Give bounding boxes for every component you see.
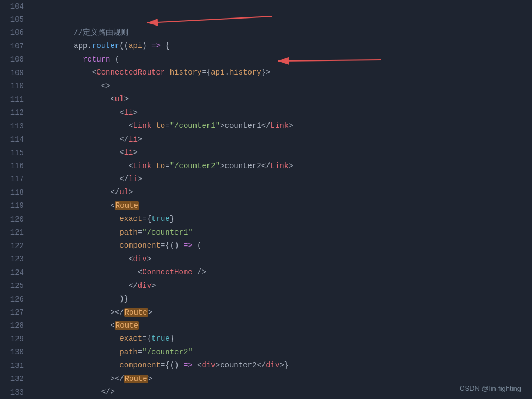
code-line-106: 106 app.router((api) => { xyxy=(0,26,532,39)
line-num-121: 121 xyxy=(0,226,33,239)
line-num-119: 119 xyxy=(0,199,33,212)
line-num-133: 133 xyxy=(0,386,33,399)
code-editor: 104 105 //定义路由规则 106 app.router((api) =>… xyxy=(0,0,532,399)
code-line-122: 122 <div> xyxy=(0,240,532,253)
line-num-126: 126 xyxy=(0,293,33,306)
code-line-113: 113 </li> xyxy=(0,120,532,133)
code-line-114: 114 <li> xyxy=(0,133,532,146)
line-num-111: 111 xyxy=(0,93,33,106)
code-line-133: 133 </ConnectedRouter> xyxy=(0,386,532,399)
code-line-107: 107 return ( xyxy=(0,40,532,53)
code-line-123: 123 <ConnectHome /> xyxy=(0,253,532,266)
line-num-125: 125 xyxy=(0,279,33,292)
code-line-112: 112 <Link to="/counter1">counter1</Link> xyxy=(0,106,532,119)
code-line-124: 124 </div> xyxy=(0,266,532,279)
watermark: CSDN @lin-fighting xyxy=(460,384,521,392)
line-num-132: 132 xyxy=(0,372,33,385)
code-line-104: 104 xyxy=(0,0,532,13)
line-num-118: 118 xyxy=(0,186,33,199)
code-line-111: 111 <li> xyxy=(0,93,532,106)
code-line-119: 119 exact={true} xyxy=(0,199,532,212)
code-line-121: 121 component={() => ( xyxy=(0,226,532,239)
line-num-120: 120 xyxy=(0,213,33,226)
line-num-114: 114 xyxy=(0,133,33,146)
line-num-117: 117 xyxy=(0,173,33,186)
line-num-107: 107 xyxy=(0,40,33,53)
code-line-116: 116 </li> xyxy=(0,159,532,173)
line-num-116: 116 xyxy=(0,159,33,173)
code-line-115: 115 <Link to="/counter2">counter2</Link> xyxy=(0,146,532,159)
line-num-127: 127 xyxy=(0,306,33,319)
code-line-131: 131 ></Route> xyxy=(0,359,532,372)
code-line-125: 125 )} xyxy=(0,279,532,292)
code-line-117: 117 </ul> xyxy=(0,173,532,186)
line-num-106: 106 xyxy=(0,26,33,39)
line-num-104: 104 xyxy=(0,0,33,13)
line-num-113: 113 xyxy=(0,120,33,133)
line-num-129: 129 xyxy=(0,333,33,346)
line-num-128: 128 xyxy=(0,319,33,332)
code-line-129: 129 path="/counter2" xyxy=(0,333,532,346)
line-content-133: </ConnectedRouter> xyxy=(33,386,532,399)
line-num-108: 108 xyxy=(0,53,33,66)
code-line-109: 109 <> xyxy=(0,66,532,79)
code-line-126: 126 ></Route> xyxy=(0,293,532,306)
code-line-118: 118 <Route xyxy=(0,186,532,199)
code-line-110: 110 <ul> xyxy=(0,79,532,93)
line-num-110: 110 xyxy=(0,79,33,93)
code-line-130: 130 component={() => <div>counter2</div>… xyxy=(0,346,532,359)
line-num-105: 105 xyxy=(0,13,33,26)
code-line-105: 105 //定义路由规则 xyxy=(0,13,532,26)
line-num-112: 112 xyxy=(0,106,33,119)
line-num-130: 130 xyxy=(0,346,33,359)
line-num-122: 122 xyxy=(0,240,33,253)
code-line-128: 128 exact={true} xyxy=(0,319,532,332)
line-num-131: 131 xyxy=(0,359,33,372)
line-num-124: 124 xyxy=(0,266,33,279)
code-line-132: 132 </> xyxy=(0,372,532,385)
code-line-127: 127 <Route xyxy=(0,306,532,319)
code-line-120: 120 path="/counter1" xyxy=(0,213,532,226)
line-num-115: 115 xyxy=(0,146,33,159)
line-num-123: 123 xyxy=(0,253,33,266)
code-line-108: 108 <ConnectedRouter history={api.histor… xyxy=(0,53,532,66)
line-num-109: 109 xyxy=(0,66,33,79)
